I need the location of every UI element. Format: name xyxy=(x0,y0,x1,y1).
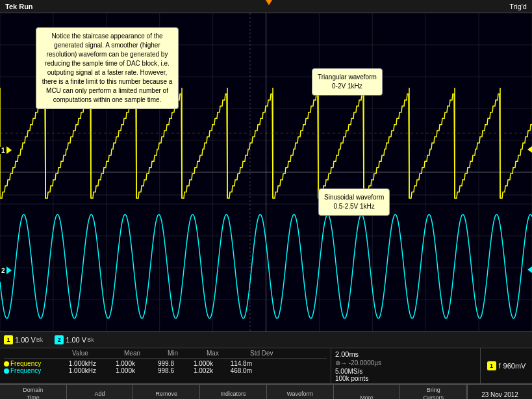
indicators-label-top: Indicators xyxy=(221,391,246,398)
ch2-coupling: Bk xyxy=(87,337,94,343)
waveform-hist-label-top: Waveform xyxy=(286,391,313,398)
ch1-dot xyxy=(4,361,9,367)
bring-cursors-button[interactable]: Bring Cursors On Screen xyxy=(400,385,467,399)
meas-header: Value Mean Min Max Std Dev xyxy=(4,350,327,359)
domain-label-top: Domain xyxy=(23,387,43,394)
meas-col-min: Min xyxy=(168,350,197,357)
ch1-box: 1 xyxy=(4,335,13,344)
ch1-marker: 1 xyxy=(0,146,12,154)
add-meas-label-top: Add xyxy=(95,391,105,398)
status-bar: 1 1.00 V Bk 2 1.00 V Bk xyxy=(0,331,532,348)
ch2-right-marker xyxy=(527,266,532,273)
meas-far-right: 1 f 960mV xyxy=(480,348,532,383)
bring-cursors-label-mid: Cursors xyxy=(423,394,444,399)
meas-ch1-stddev: 114.8m xyxy=(218,360,257,367)
remove-measurement-button[interactable]: Remove Measurement xyxy=(133,385,200,399)
trig-level: 960mV xyxy=(503,362,526,370)
ch2-marker-arrow xyxy=(6,266,12,274)
ch2-dot xyxy=(4,368,9,374)
meas-ch2-max: 1.002k xyxy=(179,367,218,374)
ch1-marker-label: 1 xyxy=(0,147,6,154)
ch1-marker-arrow xyxy=(6,146,12,154)
ch2-box: 2 xyxy=(55,335,64,344)
ch1-coupling: Bk xyxy=(36,337,44,343)
more-label: More xyxy=(360,394,374,399)
points: 100k points xyxy=(335,375,368,382)
meas-ch1-max: 1.000k xyxy=(179,360,218,367)
meas-ch2-label: Frequency xyxy=(4,367,62,374)
trigger-position-indicator xyxy=(266,0,272,5)
more-button[interactable]: More xyxy=(334,385,401,399)
date-label: 23 Nov 2012 xyxy=(481,391,518,398)
button-bar: Domain Time Frequency Add Measurement Re… xyxy=(0,383,532,399)
cursor-value: ⊕→ -20.0000μs xyxy=(335,359,381,367)
ch1-right-arrow xyxy=(527,146,532,153)
top-bar: Tek Run Trig'd xyxy=(0,0,532,13)
ch2-marker: 2 xyxy=(0,266,12,274)
ch1-right-marker xyxy=(527,146,532,153)
measurement-table: Value Mean Min Max Std Dev Frequency 1.0… xyxy=(0,348,532,383)
meas-ch1-value: 1.000kHz xyxy=(62,360,101,367)
meas-col-stddev: Std Dev xyxy=(250,350,289,357)
ch2-indicator: 2 1.00 V Bk xyxy=(55,335,94,344)
meas-ch2-value: 1.000kHz xyxy=(62,367,101,374)
oscilloscope-screen: 1 2 Notice the staircase appearance of t… xyxy=(0,13,532,331)
meas-ch1-label: Frequency xyxy=(4,360,62,367)
trig-status-label: Trig'd xyxy=(509,3,527,10)
callout-sinusoidal-text: Sinusoidal waveform0.5-2.5V 1kHz xyxy=(324,194,384,210)
meas-ch2-mean: 1.000k xyxy=(101,367,140,374)
meas-col-max: Max xyxy=(207,350,240,357)
datetime-display: 23 Nov 2012 12:21:25 xyxy=(467,385,532,399)
remove-meas-label-top: Remove xyxy=(156,391,178,398)
ch2-right-arrow xyxy=(527,266,532,273)
trig-info: 1 f 960mV xyxy=(487,361,526,370)
domain-label-mid: Time xyxy=(27,394,40,399)
trig-slope: f xyxy=(499,362,501,370)
meas-ch2-min: 998.6 xyxy=(140,367,179,374)
meas-row-ch1: Frequency 1.000kHz 1.000k 999.8 1.000k 1… xyxy=(4,360,327,367)
ch1-voltage: 1.00 V xyxy=(15,336,36,344)
tek-run-label: Tek Run xyxy=(5,3,33,10)
meas-ch2-stddev: 468.0m xyxy=(218,367,257,374)
meas-col-value: Value xyxy=(72,350,114,357)
meas-left: Value Mean Min Max Std Dev Frequency 1.0… xyxy=(0,348,331,383)
cursor-info: ⊕→ -20.0000μs xyxy=(335,359,476,367)
callout-staircase-text: Notice the staircase appearance of the g… xyxy=(42,32,173,103)
callout-triangular-text: Triangular waveform0-2V 1kHz xyxy=(318,73,377,90)
sample-rate: 5.00MS/s xyxy=(335,368,362,375)
meas-col-mean: Mean xyxy=(124,350,158,357)
domain-button[interactable]: Domain Time Frequency xyxy=(0,385,67,399)
meas-row-ch2: Frequency 1.000kHz 1.000k 998.6 1.002k 4… xyxy=(4,367,327,374)
ch2-marker-label: 2 xyxy=(0,267,6,274)
meas-right: 2.00ms ⊕→ -20.0000μs 5.00MS/s 100k point… xyxy=(331,348,480,383)
add-measurement-button[interactable]: Add Measurement xyxy=(67,385,134,399)
time-info: 2.00ms xyxy=(335,350,476,358)
meas-ch2-name: Frequency xyxy=(10,367,41,374)
callout-triangular: Triangular waveform0-2V 1kHz xyxy=(312,68,383,96)
ch2-voltage: 1.00 V xyxy=(66,336,86,344)
meas-ch1-min: 999.8 xyxy=(140,360,179,367)
bring-cursors-label-top: Bring xyxy=(427,387,440,394)
indicators-off-button[interactable]: Indicators Off xyxy=(200,385,267,399)
points-info: 100k points xyxy=(335,375,476,382)
callout-sinusoidal: Sinusoidal waveform0.5-2.5V 1kHz xyxy=(318,188,390,216)
waveform-histograms-button[interactable]: Waveform Histograms xyxy=(267,385,334,399)
meas-ch1-name: Frequency xyxy=(10,360,41,367)
meas-col-label xyxy=(4,350,62,357)
trig-ch-box: 1 xyxy=(487,361,496,370)
meas-ch1-mean: 1.000k xyxy=(101,360,140,367)
sample-info: 5.00MS/s xyxy=(335,368,476,375)
time-per-div: 2.00ms xyxy=(335,350,359,358)
ch1-indicator: 1 1.00 V Bk xyxy=(4,335,43,344)
callout-staircase: Notice the staircase appearance of the g… xyxy=(36,27,179,109)
